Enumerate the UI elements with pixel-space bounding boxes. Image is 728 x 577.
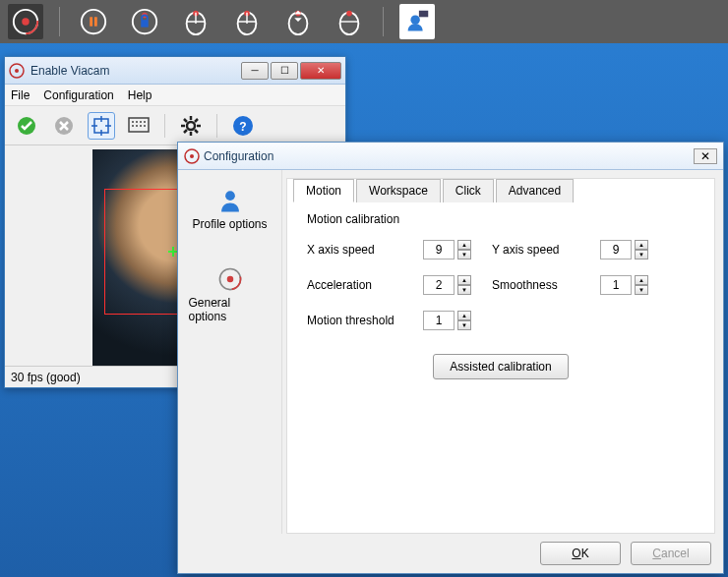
config-tabs: Motion Workspace Click Advanced bbox=[293, 178, 576, 202]
motion-group-label: Motion calibration bbox=[307, 212, 698, 226]
svg-point-2 bbox=[22, 18, 30, 26]
svg-point-16 bbox=[346, 11, 352, 17]
config-close-button[interactable]: ✕ bbox=[694, 148, 717, 164]
taskbar-click-right-icon[interactable] bbox=[229, 4, 265, 39]
svg-point-21 bbox=[15, 69, 19, 73]
svg-point-42 bbox=[226, 276, 233, 283]
taskbar-contacts-icon[interactable] bbox=[399, 4, 435, 39]
threshold-spinner[interactable]: ▲▼ bbox=[423, 311, 492, 330]
menu-help[interactable]: Help bbox=[128, 88, 152, 102]
threshold-up[interactable]: ▲ bbox=[457, 311, 471, 320]
smooth-spinner[interactable]: ▲▼ bbox=[600, 275, 669, 295]
xspeed-up[interactable]: ▲ bbox=[457, 240, 471, 250]
svg-point-29 bbox=[144, 121, 146, 123]
xspeed-input[interactable] bbox=[423, 240, 455, 260]
sidebar-label-general: General options bbox=[189, 296, 272, 323]
fps-status: 30 fps (good) bbox=[11, 371, 81, 384]
maximize-button[interactable]: ☐ bbox=[271, 62, 298, 80]
smooth-up[interactable]: ▲ bbox=[635, 275, 648, 285]
app-logo-icon bbox=[9, 63, 25, 79]
accel-input[interactable] bbox=[423, 275, 455, 295]
svg-point-28 bbox=[140, 121, 142, 123]
sidebar-item-profile[interactable]: Profile options bbox=[183, 182, 277, 237]
svg-point-31 bbox=[136, 125, 138, 127]
svg-point-26 bbox=[132, 121, 134, 123]
xspeed-spinner[interactable]: ▲▼ bbox=[423, 240, 492, 260]
menu-configuration[interactable]: Configuration bbox=[43, 88, 113, 102]
svg-text:?: ? bbox=[239, 120, 246, 134]
svg-point-19 bbox=[410, 15, 419, 24]
svg-point-33 bbox=[144, 125, 146, 127]
yspeed-down[interactable]: ▼ bbox=[635, 250, 648, 260]
taskbar-click-middle-icon[interactable] bbox=[280, 4, 316, 39]
config-sidebar: Profile options General options bbox=[178, 170, 282, 534]
sidebar-label-profile: Profile options bbox=[192, 217, 267, 231]
taskbar-click-left-icon[interactable] bbox=[178, 4, 213, 39]
svg-point-39 bbox=[225, 191, 235, 201]
svg-point-32 bbox=[140, 125, 142, 127]
tab-motion[interactable]: Motion bbox=[293, 179, 354, 202]
toolbar: ? bbox=[5, 106, 345, 145]
svg-rect-8 bbox=[141, 20, 149, 28]
svg-rect-5 bbox=[94, 17, 97, 26]
system-taskbar bbox=[0, 0, 728, 43]
threshold-input[interactable] bbox=[423, 311, 455, 330]
taskbar-lock-icon[interactable] bbox=[127, 4, 162, 39]
svg-rect-4 bbox=[90, 17, 92, 26]
configuration-dialog: Configuration ✕ Profile options General … bbox=[177, 142, 724, 574]
threshold-down[interactable]: ▼ bbox=[457, 320, 471, 330]
tab-click[interactable]: Click bbox=[443, 179, 494, 202]
yspeed-label: Y axis speed bbox=[492, 243, 600, 257]
threshold-label: Motion threshold bbox=[307, 314, 423, 327]
taskbar-pause-icon[interactable] bbox=[76, 4, 111, 39]
app-logo-icon bbox=[184, 148, 200, 164]
xspeed-down[interactable]: ▼ bbox=[457, 250, 471, 260]
motion-tab-content: Motion calibration X axis speed ▲▼ Y axi… bbox=[287, 179, 714, 395]
enable-button[interactable] bbox=[13, 112, 40, 140]
tracking-button[interactable] bbox=[88, 112, 115, 140]
smooth-down[interactable]: ▼ bbox=[635, 285, 648, 295]
taskbar-app-icon[interactable] bbox=[8, 4, 43, 39]
accel-spinner[interactable]: ▲▼ bbox=[423, 275, 492, 295]
config-titlebar[interactable]: Configuration ✕ bbox=[178, 143, 723, 170]
cancel-button[interactable]: Cancel bbox=[631, 542, 711, 565]
xspeed-label: X axis speed bbox=[307, 243, 423, 257]
accel-up[interactable]: ▲ bbox=[457, 275, 471, 285]
taskbar-drag-icon[interactable] bbox=[332, 4, 367, 39]
accel-label: Acceleration bbox=[307, 278, 423, 292]
svg-point-34 bbox=[187, 122, 195, 130]
menu-bar: File Configuration Help bbox=[5, 85, 345, 106]
yspeed-input[interactable] bbox=[600, 240, 632, 260]
titlebar[interactable]: Enable Viacam ─ ☐ ✕ bbox=[5, 57, 345, 85]
minimize-button[interactable]: ─ bbox=[241, 62, 269, 80]
assisted-calibration-button[interactable]: Assisted calibration bbox=[433, 354, 568, 379]
svg-point-38 bbox=[190, 154, 194, 158]
svg-rect-25 bbox=[129, 118, 149, 132]
ok-button[interactable]: OK bbox=[540, 542, 621, 565]
help-button[interactable]: ? bbox=[229, 112, 257, 140]
disable-button[interactable] bbox=[50, 112, 78, 140]
accel-down[interactable]: ▼ bbox=[457, 285, 471, 295]
window-title: Enable Viacam bbox=[30, 64, 241, 78]
config-title: Configuration bbox=[204, 149, 694, 163]
svg-point-27 bbox=[136, 121, 138, 123]
svg-rect-18 bbox=[419, 11, 428, 18]
yspeed-spinner[interactable]: ▲▼ bbox=[600, 240, 669, 260]
menu-file[interactable]: File bbox=[11, 88, 30, 102]
svg-point-3 bbox=[82, 10, 105, 33]
tab-workspace[interactable]: Workspace bbox=[356, 179, 441, 202]
smooth-input[interactable] bbox=[600, 275, 632, 295]
settings-button[interactable] bbox=[177, 112, 205, 140]
tab-advanced[interactable]: Advanced bbox=[496, 179, 574, 202]
close-button[interactable]: ✕ bbox=[300, 62, 341, 80]
svg-point-30 bbox=[132, 125, 134, 127]
yspeed-up[interactable]: ▲ bbox=[635, 240, 648, 250]
keyboard-button[interactable] bbox=[125, 112, 152, 140]
config-main-panel: Motion Workspace Click Advanced Motion c… bbox=[286, 178, 715, 534]
sidebar-item-general[interactable]: General options bbox=[183, 260, 277, 329]
smooth-label: Smoothness bbox=[492, 278, 600, 292]
